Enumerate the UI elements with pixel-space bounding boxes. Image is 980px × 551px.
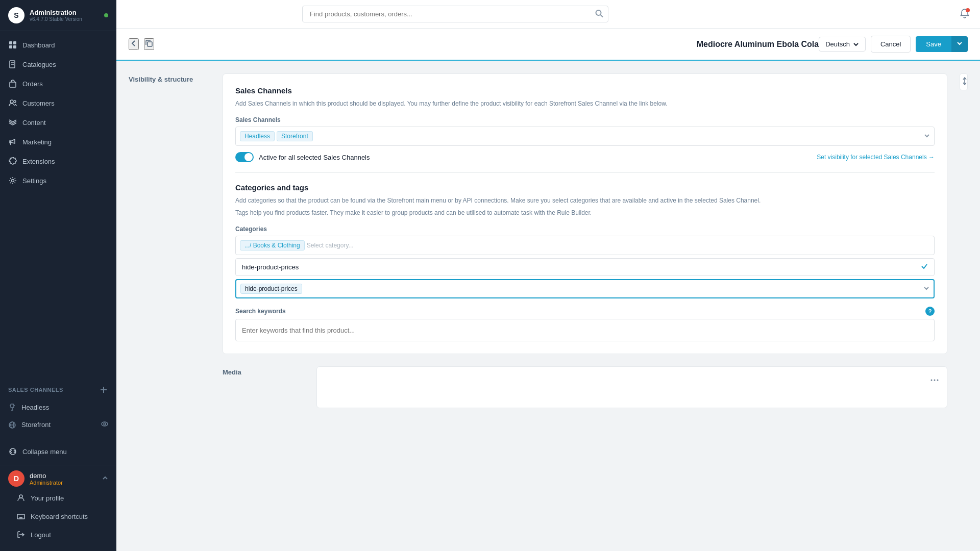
svg-point-21 [102, 422, 108, 426]
app-title: Administration [30, 9, 82, 17]
logout-button[interactable]: Logout [8, 525, 108, 544]
sidebar-item-storefront[interactable]: Storefront [0, 416, 116, 434]
categories-title: Categories and tags [235, 183, 935, 192]
media-section-label: Media [223, 366, 304, 376]
sidebar-item-label: Dashboard [22, 41, 55, 49]
sidebar-item-customers[interactable]: Customers [0, 93, 116, 113]
channels-dropdown-icon[interactable] [924, 133, 930, 140]
section-label: Visibility & structure [129, 73, 210, 83]
sales-channels-section: Sales Channels Headless Storefront [0, 377, 116, 438]
toggle-left: Active for all selected Sales Channels [235, 152, 370, 162]
logout-label: Logout [31, 531, 51, 539]
help-button[interactable]: ? [925, 307, 935, 316]
profile-label: Your profile [31, 494, 64, 502]
search-keywords-header: Search keywords ? [235, 307, 935, 316]
categories-field-label: Categories [235, 226, 935, 233]
svg-point-22 [104, 423, 106, 425]
divider [235, 172, 935, 173]
sidebar-item-marketing[interactable]: Marketing [0, 132, 116, 152]
sidebar-item-extensions[interactable]: Extensions [0, 152, 116, 171]
user-menu-toggle[interactable]: D demo Administrator [8, 470, 108, 487]
search-keywords-input[interactable] [235, 319, 935, 341]
save-dropdown-button[interactable] [951, 36, 968, 52]
tag-text-input[interactable] [304, 285, 921, 293]
active-toggle[interactable] [235, 152, 254, 162]
sidebar-item-label: Content [22, 119, 46, 127]
sidebar-item-label: Customers [22, 99, 55, 107]
app-logo: S [8, 7, 24, 23]
sidebar-item-label: Extensions [22, 158, 55, 165]
sidebar-item-orders[interactable]: Orders [0, 74, 116, 93]
sidebar-bottom: Collapse menu [0, 438, 116, 465]
content-header: Mediocre Aluminum Ebola Cola Deutsch Can… [116, 29, 980, 61]
user-section: D demo Administrator Your profile K [0, 465, 116, 551]
sidebar-item-catalogues[interactable]: Catalogues [0, 55, 116, 74]
svg-rect-2 [9, 45, 12, 48]
sidebar-item-content[interactable]: Content [0, 113, 116, 132]
svg-point-24 [19, 495, 22, 498]
media-more-button[interactable] [930, 375, 939, 383]
sales-channels-header: Sales Channels [0, 381, 116, 398]
book-icon [8, 60, 17, 69]
toggle-thumb [244, 153, 253, 161]
sidebar-item-label: Settings [22, 177, 46, 185]
tags-active-input[interactable]: hide-product-prices [235, 279, 935, 298]
check-icon [921, 263, 928, 271]
toggle-label: Active for all selected Sales Channels [259, 154, 370, 161]
user-name: demo [30, 472, 63, 480]
sales-channels-field-label: Sales Channels [235, 116, 935, 123]
user-avatar: D [8, 470, 24, 487]
main-nav: Dashboard Catalogues Orders Customers Co… [0, 31, 116, 377]
sidebar-right-toggle[interactable] [960, 73, 968, 90]
svg-rect-1 [13, 41, 16, 44]
tags-dropdown-icon[interactable] [923, 285, 929, 293]
exit-icon [16, 530, 26, 539]
cancel-button[interactable]: Cancel [871, 36, 911, 53]
language-selector[interactable]: Deutsch [819, 37, 866, 52]
svg-rect-13 [11, 404, 14, 408]
globe-icon [8, 421, 16, 429]
sidebar-item-dashboard[interactable]: Dashboard [0, 35, 116, 55]
sidebar-item-label: Orders [22, 80, 43, 88]
app-version: v6.4.7.0 Stable Version [30, 16, 82, 22]
visibility-link[interactable]: Set visibility for selected Sales Channe… [817, 154, 935, 161]
search-input[interactable] [302, 6, 608, 22]
save-button[interactable]: Save [916, 36, 951, 52]
visibility-toggle-icon[interactable] [101, 420, 108, 429]
keyboard-icon [16, 512, 26, 521]
page-body: Visibility & structure Sales Channels Ad… [116, 61, 980, 551]
back-button[interactable] [129, 38, 139, 50]
active-tag: hide-product-prices [240, 284, 302, 294]
bag-icon [8, 79, 17, 88]
search-icon [595, 9, 603, 19]
your-profile-button[interactable]: Your profile [8, 489, 108, 507]
svg-point-32 [596, 10, 601, 15]
categories-input[interactable]: .../ Books & Clothing Select category... [235, 236, 935, 255]
sales-channels-title: Sales Channels [235, 86, 935, 95]
sidebar-item-settings[interactable]: Settings [0, 171, 116, 190]
dropdown-option-hide-prices[interactable]: hide-product-prices [235, 258, 935, 276]
app-info: Administration v6.4.7.0 Stable Version [30, 9, 82, 22]
media-content [329, 379, 935, 395]
user-role: Administrator [30, 480, 63, 486]
add-channel-button[interactable] [99, 385, 108, 394]
tag-storefront: Storefront [277, 131, 313, 141]
notifications-button[interactable] [960, 8, 970, 20]
active-toggle-row: Active for all selected Sales Channels S… [235, 152, 935, 162]
svg-point-9 [14, 101, 16, 103]
collapse-menu-button[interactable]: Collapse menu [0, 442, 116, 461]
svg-point-37 [937, 380, 939, 381]
person-icon [16, 493, 26, 503]
sidebar-item-label: Catalogues [22, 61, 56, 68]
duplicate-button[interactable] [144, 38, 154, 50]
sidebar-item-headless[interactable]: Headless [0, 398, 116, 416]
user-info: demo Administrator [30, 472, 63, 486]
topbar [116, 0, 980, 29]
svg-point-8 [10, 100, 13, 103]
gear-icon [8, 176, 17, 185]
sales-channels-input[interactable]: Headless Storefront [235, 127, 935, 146]
categories-desc: Add categories so that the product can b… [235, 196, 935, 205]
keyboard-shortcuts-button[interactable]: Keyboard shortcuts [8, 507, 108, 525]
sidebar-channel-label: Storefront [21, 421, 101, 429]
categories-placeholder: Select category... [307, 242, 354, 249]
